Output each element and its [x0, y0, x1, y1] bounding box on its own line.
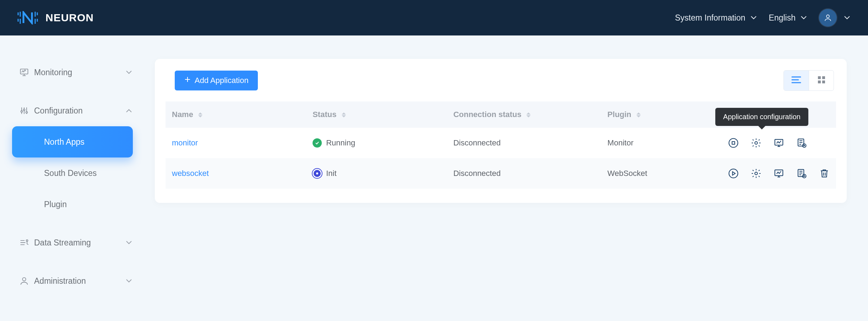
sidebar-item-label: Monitoring: [34, 68, 126, 77]
svg-rect-9: [818, 81, 821, 83]
sliders-icon: [19, 106, 34, 116]
header-right: System Information English: [675, 9, 850, 27]
start-button[interactable]: [728, 168, 739, 179]
svg-rect-12: [732, 142, 735, 144]
delete-button[interactable]: [819, 168, 830, 179]
sidebar-item-administration[interactable]: Administration: [0, 265, 145, 297]
svg-rect-10: [822, 81, 825, 83]
streaming-icon: [19, 238, 34, 248]
svg-point-11: [729, 139, 738, 148]
add-application-button[interactable]: Add Application: [175, 71, 258, 90]
svg-point-3: [23, 109, 25, 111]
svg-rect-7: [818, 76, 821, 79]
sidebar-item-label: Plugin: [44, 200, 132, 209]
chevron-down-icon: [126, 279, 132, 283]
statistics-button[interactable]: [774, 168, 784, 179]
settings-button[interactable]: [751, 138, 761, 148]
sidebar-item-monitoring[interactable]: Monitoring: [0, 57, 145, 88]
sidebar-item-configuration[interactable]: Configuration: [0, 95, 145, 126]
status-init-icon: [313, 169, 322, 178]
status-label: Init: [326, 169, 336, 178]
sort-icon: [526, 112, 531, 117]
chevron-up-icon: [126, 109, 132, 113]
system-information-label: System Information: [675, 13, 745, 23]
chevron-down-icon: [801, 16, 807, 20]
app-body: Monitoring Configuration North Apps Sout…: [0, 35, 868, 321]
svg-point-19: [755, 172, 758, 175]
settings-button[interactable]: [751, 168, 761, 179]
column-header-plugin[interactable]: Plugin: [601, 101, 722, 128]
user-icon: [19, 276, 34, 286]
status-cell: Running: [313, 138, 440, 148]
app-name-link[interactable]: monitor: [172, 138, 198, 147]
add-application-label: Add Application: [195, 76, 249, 85]
sidebar-item-data-streaming[interactable]: Data Streaming: [0, 227, 145, 258]
sort-icon: [198, 112, 202, 117]
svg-point-17: [316, 172, 318, 175]
status-running-icon: [313, 138, 322, 148]
chevron-down-icon: [844, 16, 850, 20]
avatar-icon: [819, 9, 837, 27]
brand: NEURON: [17, 11, 94, 24]
sidebar-item-label: Data Streaming: [34, 238, 126, 248]
list-view-button[interactable]: [784, 71, 809, 90]
column-label: Connection status: [453, 110, 521, 119]
view-toggle: [783, 70, 834, 91]
card-header: Add Application: [155, 59, 847, 101]
table-header-row: Name Status Connection status Plugi: [166, 101, 836, 128]
column-header-status[interactable]: Status: [306, 101, 447, 128]
svg-point-18: [729, 169, 738, 178]
sidebar-item-label: Configuration: [34, 106, 126, 116]
status-label: Running: [326, 138, 355, 148]
list-icon: [791, 76, 801, 85]
sidebar-item-label: North Apps: [44, 137, 120, 147]
sidebar-item-label: South Devices: [44, 168, 132, 178]
column-header-operate: Operate: [722, 101, 836, 128]
chevron-down-icon: [750, 16, 757, 20]
column-label: Name: [172, 110, 193, 119]
language-label: English: [769, 13, 796, 23]
brand-name: NEURON: [45, 12, 94, 24]
debug-log-button[interactable]: [796, 138, 807, 148]
user-menu[interactable]: [819, 9, 850, 27]
column-label: Status: [313, 110, 336, 119]
svg-point-4: [26, 111, 28, 113]
table-row: websocket Init Disconnected WebSocket: [166, 158, 836, 189]
language-menu[interactable]: English: [769, 13, 807, 23]
chevron-down-icon: [126, 70, 132, 74]
grid-icon: [817, 76, 826, 85]
svg-rect-8: [822, 76, 825, 79]
connection-status: Disconnected: [453, 169, 500, 178]
svg-point-0: [826, 15, 829, 18]
column-label: Plugin: [607, 110, 631, 119]
debug-log-button[interactable]: [796, 168, 807, 179]
sidebar: Monitoring Configuration North Apps Sout…: [0, 35, 145, 321]
column-header-connection-status[interactable]: Connection status: [447, 101, 601, 128]
grid-view-button[interactable]: [809, 71, 834, 90]
svg-point-6: [22, 278, 26, 281]
table-row: monitor Running Disconnected Monitor: [166, 128, 836, 158]
sidebar-item-plugin[interactable]: Plugin: [0, 189, 145, 220]
plus-icon: [184, 76, 191, 85]
applications-table: Name Status Connection status Plugi: [166, 101, 836, 189]
sidebar-item-south-devices[interactable]: South Devices: [0, 157, 145, 189]
svg-point-2: [21, 111, 23, 112]
connection-status: Disconnected: [453, 138, 500, 147]
statistics-button[interactable]: [774, 138, 784, 148]
system-information-menu[interactable]: System Information: [675, 13, 756, 23]
column-header-name[interactable]: Name: [166, 101, 306, 128]
brand-logo-icon: [17, 11, 38, 24]
chevron-down-icon: [126, 240, 132, 245]
operate-cell: [728, 138, 830, 148]
sidebar-item-north-apps[interactable]: North Apps: [12, 126, 133, 157]
operate-cell: [728, 168, 830, 179]
column-label: Operate: [728, 110, 758, 119]
north-apps-card: Add Application: [155, 59, 847, 203]
app-name-link[interactable]: websocket: [172, 169, 209, 178]
status-cell: Init: [313, 169, 440, 178]
main-content: Add Application: [145, 35, 868, 321]
monitor-icon: [19, 67, 34, 77]
stop-button[interactable]: [728, 138, 739, 148]
svg-point-13: [755, 142, 758, 144]
plugin-name: Monitor: [607, 138, 633, 147]
